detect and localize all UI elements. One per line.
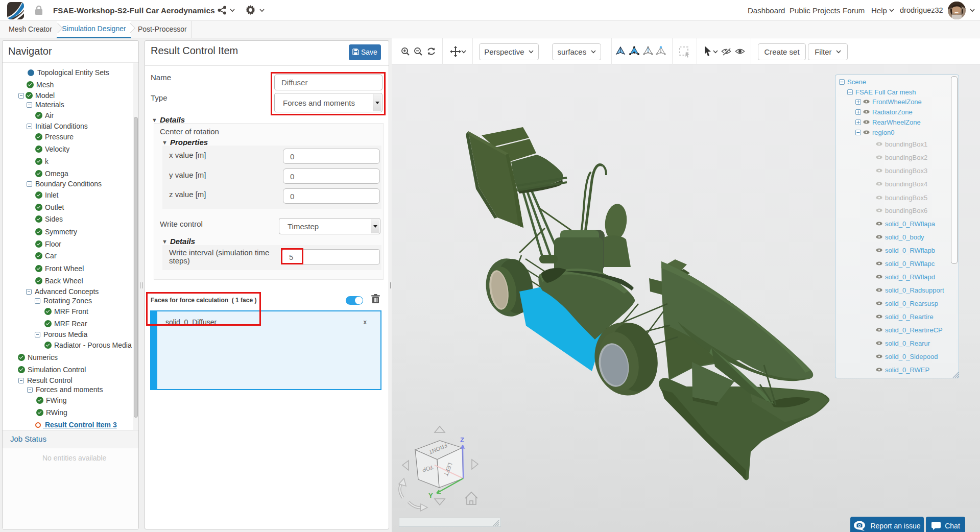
svg-text:Z: Z <box>460 436 464 444</box>
svg-text:Y: Y <box>428 492 433 499</box>
